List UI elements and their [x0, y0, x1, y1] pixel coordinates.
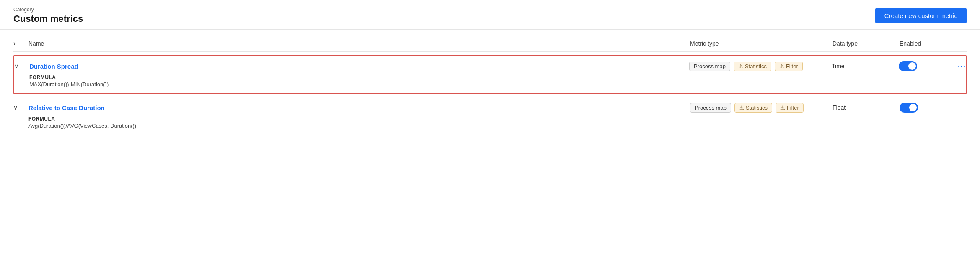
relative-case-duration-sub-row: FORMULA Avg(Duration())/AVG(ViewCases, D…: [13, 115, 967, 135]
duration-spread-tag-process-map: Process map: [689, 62, 730, 71]
relative-case-duration-name: Relative to Case Duration: [28, 104, 690, 111]
duration-spread-formula: FORMULA MAX(Duration())-MIN(Duration()): [29, 75, 138, 87]
page-header: Category Custom metrics Create new custo…: [0, 0, 980, 30]
table-row-duration-spread: ∨ Duration Spread Process map ⚠ Statisti…: [13, 55, 967, 94]
warning-icon-filter-2: ⚠: [780, 105, 785, 111]
duration-spread-tag-filter: ⚠ Filter: [775, 62, 803, 71]
relative-case-duration-expand-icon[interactable]: ∨: [13, 104, 28, 111]
table-row-relative-case-duration: ∨ Relative to Case Duration Process map …: [13, 98, 967, 135]
create-custom-metric-button[interactable]: Create new custom metric: [875, 8, 967, 23]
relative-case-duration-link[interactable]: Relative to Case Duration: [28, 104, 105, 111]
duration-spread-metric-tags: Process map ⚠ Statistics ⚠ Filter: [689, 62, 832, 71]
relative-case-duration-toggle[interactable]: [900, 103, 918, 113]
duration-spread-name: Duration Spread: [29, 63, 689, 70]
relative-case-duration-main-row: ∨ Relative to Case Duration Process map …: [13, 98, 967, 115]
relative-case-duration-formula-text: Avg(Duration())/AVG(ViewCases, Duration(…: [28, 123, 137, 129]
relative-case-duration-tag-filter: ⚠ Filter: [776, 103, 804, 113]
duration-spread-data-type: Time: [832, 63, 899, 69]
column-header-enabled: Enabled: [900, 40, 950, 47]
metrics-table: › Name Metric type Data type Enabled ∨ D…: [0, 30, 980, 135]
duration-spread-formula-label: FORMULA: [29, 75, 138, 80]
column-header-name: Name: [28, 40, 690, 47]
relative-case-duration-formula-label: FORMULA: [28, 116, 137, 122]
relative-case-duration-metric-tags: Process map ⚠ Statistics ⚠ Filter: [690, 103, 833, 113]
expand-all-button[interactable]: ›: [13, 40, 16, 47]
relative-case-duration-data-type: Float: [833, 104, 900, 111]
relative-case-duration-enabled-col: [900, 103, 950, 113]
category-label: Category: [13, 7, 83, 13]
header-left: Category Custom metrics: [13, 7, 83, 24]
duration-spread-tag-statistics: ⚠ Statistics: [734, 62, 771, 71]
relative-case-duration-actions-button[interactable]: ⋯: [950, 103, 967, 113]
duration-spread-enabled-col: [899, 61, 949, 71]
page-title: Custom metrics: [13, 13, 83, 24]
duration-spread-actions-button[interactable]: ⋯: [949, 61, 966, 71]
expand-all-col: ›: [13, 40, 28, 47]
duration-spread-sub-row: FORMULA MAX(Duration())-MIN(Duration()): [14, 74, 966, 93]
column-header-metric-type: Metric type: [690, 40, 833, 47]
relative-case-duration-tag-process-map: Process map: [690, 103, 731, 113]
duration-spread-toggle[interactable]: [899, 61, 917, 71]
warning-icon-statistics-2: ⚠: [739, 105, 744, 111]
table-header: › Name Metric type Data type Enabled: [13, 40, 967, 52]
relative-case-duration-tag-statistics: ⚠ Statistics: [734, 103, 772, 113]
duration-spread-main-row: ∨ Duration Spread Process map ⚠ Statisti…: [14, 56, 966, 74]
relative-case-duration-formula: FORMULA Avg(Duration())/AVG(ViewCases, D…: [28, 116, 137, 129]
duration-spread-link[interactable]: Duration Spread: [29, 63, 78, 70]
warning-icon-statistics: ⚠: [738, 63, 743, 69]
column-header-data-type: Data type: [833, 40, 900, 47]
duration-spread-expand-icon[interactable]: ∨: [14, 63, 29, 69]
duration-spread-formula-text: MAX(Duration())-MIN(Duration()): [29, 81, 138, 87]
warning-icon-filter: ⚠: [779, 63, 784, 69]
chevron-right-icon: ›: [13, 40, 16, 47]
